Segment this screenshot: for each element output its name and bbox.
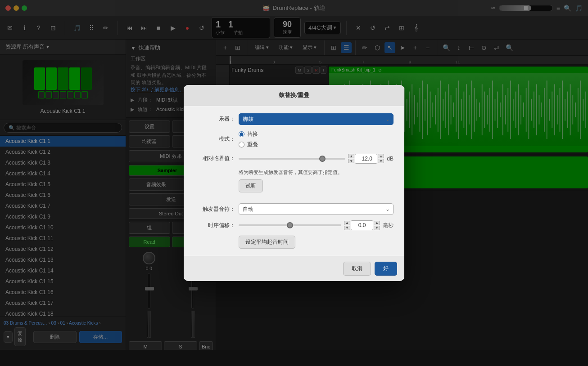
timing-up-btn-r[interactable]: ▲ — [374, 221, 380, 225]
drum-replace-dialog: 鼓替换/重叠 乐器： 脚鼓 模式： 替换 — [184, 85, 404, 281]
threshold-help-note: 将为瞬变生成触发器音符，其值要高于指定值。 — [239, 169, 394, 176]
dialog-title: 鼓替换/重叠 — [184, 85, 404, 106]
threshold-label: 相对临界值： — [194, 155, 235, 162]
threshold-up-btn-r[interactable]: ▲ — [378, 154, 384, 158]
timing-value-box: ▲ ▼ ▲ ▼ — [344, 220, 380, 230]
trigger-note-row: 触发器音符： 自动 — [194, 203, 394, 215]
set-avg-btn[interactable]: 设定平均起音时间 — [239, 236, 295, 249]
timing-stepper: ▲ ▼ — [344, 221, 350, 230]
threshold-slider[interactable] — [239, 158, 345, 160]
replace-radio[interactable]: 替换 — [239, 130, 394, 138]
threshold-stepper-right: ▲ ▼ — [378, 154, 384, 163]
instrument-select-wrap: 脚鼓 — [239, 113, 394, 125]
timing-down-btn[interactable]: ▲ — [344, 221, 350, 225]
timing-row: 时序偏移： ▲ ▼ ▲ ▼ 毫秒 — [194, 220, 394, 230]
timing-stepper-right: ▲ ▼ — [374, 221, 380, 230]
set-avg-row: 设定平均起音时间 — [194, 236, 394, 249]
threshold-up-btn[interactable]: ▲ — [348, 154, 354, 158]
threshold-value-box: ▲ ▼ ▲ ▼ — [348, 154, 384, 164]
timing-slider[interactable] — [239, 224, 341, 226]
timing-label: 时序偏移： — [194, 222, 235, 229]
timing-unit: 毫秒 — [383, 222, 394, 229]
replace-label: 替换 — [247, 130, 258, 138]
mode-radio-group: 替换 重叠 — [239, 130, 394, 148]
trigger-note-label: 触发器音符： — [194, 205, 235, 213]
dialog-footer: 取消 好 — [184, 256, 404, 281]
ok-button[interactable]: 好 — [375, 262, 397, 276]
instrument-select[interactable]: 脚鼓 — [239, 113, 394, 125]
overlap-label: 重叠 — [247, 141, 258, 148]
trigger-note-select[interactable]: 自动 — [239, 203, 394, 215]
timing-up-btn[interactable]: ▼ — [344, 226, 350, 230]
threshold-down-btn-r[interactable]: ▼ — [378, 159, 384, 163]
mode-row: 模式： 替换 重叠 — [194, 130, 394, 148]
cancel-button[interactable]: 取消 — [343, 262, 371, 276]
threshold-slider-row: ▲ ▼ ▲ ▼ dB — [239, 154, 394, 164]
dialog-overlay[interactable]: 鼓替换/重叠 乐器： 脚鼓 模式： 替换 — [0, 0, 588, 366]
overlap-radio[interactable]: 重叠 — [239, 141, 394, 148]
mode-label: 模式： — [194, 135, 235, 143]
threshold-down-btn[interactable]: ▼ — [348, 159, 354, 163]
threshold-row: 相对临界值： ▲ ▼ ▲ ▼ dB — [194, 154, 394, 164]
threshold-value-input[interactable] — [355, 154, 377, 164]
trigger-note-select-wrap: 自动 — [239, 203, 394, 215]
instrument-label: 乐器： — [194, 115, 235, 123]
audition-row: 试听 — [194, 179, 394, 198]
timing-down-btn-r[interactable]: ▼ — [374, 226, 380, 230]
timing-value-input[interactable] — [351, 220, 373, 230]
dialog-body: 乐器： 脚鼓 模式： 替换 重叠 — [184, 106, 404, 256]
threshold-stepper: ▲ ▼ — [348, 154, 354, 163]
audition-btn[interactable]: 试听 — [239, 179, 263, 192]
threshold-unit: dB — [387, 156, 394, 162]
instrument-row: 乐器： 脚鼓 — [194, 113, 394, 125]
timing-slider-row: ▲ ▼ ▲ ▼ 毫秒 — [239, 220, 394, 230]
